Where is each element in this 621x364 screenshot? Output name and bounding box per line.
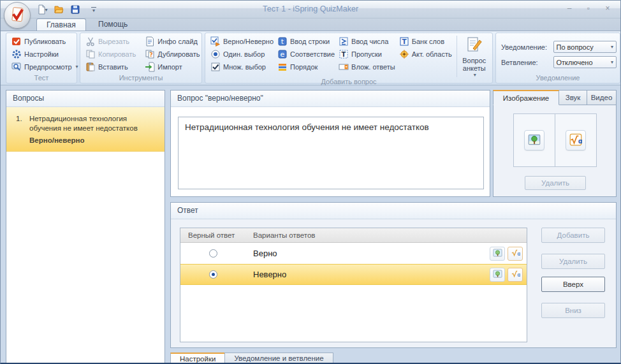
ribbon-group-feedback-content: Уведомление: По вопросу Ветвление: Отклю… [496, 33, 620, 74]
media-tabs: Изображение Звук Видео [493, 90, 617, 105]
application-menu-button[interactable] [4, 2, 31, 29]
ribbon-tab-row: Главная Помощь [1, 18, 620, 31]
tab-feedback-branching[interactable]: Уведомление и ветвление [224, 353, 333, 364]
import-button[interactable]: Импорт [143, 61, 201, 73]
radio-verno[interactable] [209, 249, 217, 258]
delete-answer-button[interactable]: Удалить [541, 254, 605, 269]
single-choice-button[interactable]: Один. выбор [208, 48, 275, 60]
ribbon-group-feedback: Уведомление: По вопросу Ветвление: Отклю… [495, 33, 620, 84]
checkbox-icon [210, 62, 221, 72]
ribbon: Публиковать Настройки Предпросмотр [1, 31, 620, 85]
formula-icon: α [511, 269, 520, 280]
answer-variant-text: Верно [245, 249, 490, 258]
tab-settings[interactable]: Настройки [170, 353, 224, 364]
cut-button[interactable]: Вырезать [84, 35, 138, 47]
column-correct-answer: Верный ответ [180, 228, 245, 242]
questions-panel: Вопросы 1. Нетрадиционная технология обу… [6, 90, 165, 364]
publish-icon [11, 36, 22, 47]
multi-choice-label: Множ. выбор [223, 63, 266, 71]
copy-button[interactable]: Копировать [84, 48, 138, 60]
matching-icon: e [277, 49, 288, 59]
add-question-divider [457, 36, 457, 77]
numeric-label: Ввод числа [351, 38, 388, 45]
question-list-item[interactable]: 1. Нетрадиционная технология обучения не… [6, 107, 164, 152]
window-controls: – ▫ × [563, 4, 614, 14]
answer-table: Верный ответ Варианты ответов Верно α [180, 228, 527, 342]
radio-button-icon [210, 49, 221, 59]
true-false-icon [210, 36, 221, 47]
radio-neverno[interactable] [209, 270, 217, 279]
info-slide-button[interactable]: Инфо слайд [143, 35, 201, 47]
column-answer-variants: Варианты ответов [245, 228, 527, 242]
move-down-button[interactable]: Вниз [541, 303, 605, 318]
answer-row-verno[interactable]: Верно α [180, 243, 527, 264]
paste-button[interactable]: Вставить [84, 61, 138, 73]
survey-question-button[interactable]: Вопрос анкеты [460, 35, 490, 78]
multi-choice-button[interactable]: Множ. выбор [208, 61, 275, 73]
hotspot-label: Акт. область [412, 50, 452, 58]
feedback-select-value: По вопросу [557, 43, 611, 51]
word-bank-button[interactable]: T Банк слов [397, 35, 454, 47]
tab-video[interactable]: Видео [587, 90, 617, 105]
feedback-select[interactable]: По вопросу [553, 41, 617, 53]
settings-label: Настройки [24, 50, 59, 58]
close-button[interactable]: × [601, 4, 614, 14]
import-icon [145, 62, 155, 72]
question-number: 1. [16, 114, 22, 124]
question-item-type: Верно/неверно [29, 136, 159, 145]
tab-image[interactable]: Изображение [493, 90, 559, 105]
formula-icon: α [511, 248, 520, 259]
duplicate-button[interactable]: ? Дублировать [143, 48, 201, 60]
new-document-button[interactable]: ▾ [35, 3, 49, 16]
move-up-button[interactable]: Вверх [541, 277, 605, 292]
nested-answers-button[interactable]: Влож. ответы [337, 61, 397, 73]
customize-toolbar-button[interactable]: ▾ [89, 4, 99, 15]
preview-button[interactable]: Предпросмотр [10, 61, 80, 73]
question-text-input[interactable]: Нетрадиционная технология обучения не им… [178, 117, 484, 189]
answer-table-header: Верный ответ Варианты ответов [180, 228, 527, 243]
import-label: Импорт [157, 63, 182, 71]
type-in-label: Ввод строки [290, 38, 330, 45]
minimize-button[interactable]: – [563, 4, 576, 14]
save-button[interactable] [68, 3, 82, 16]
type-in-button[interactable]: t Ввод строки [275, 35, 337, 47]
single-choice-label: Один. выбор [223, 50, 265, 58]
ribbon-group-test-content: Публиковать Настройки Предпросмотр [6, 33, 77, 74]
insert-image-button[interactable] [524, 130, 544, 150]
info-slide-icon [145, 36, 155, 47]
sequence-button[interactable]: Порядок [275, 61, 337, 73]
numeric-button[interactable]: Ввод числа [337, 35, 397, 47]
true-false-button[interactable]: Верно/Неверно [208, 35, 275, 47]
blanks-button[interactable]: T Пропуски [337, 48, 397, 60]
branching-select[interactable]: Отключено [553, 56, 617, 68]
open-button[interactable] [52, 3, 66, 16]
svg-text:α: α [578, 136, 582, 145]
media-delete-button[interactable]: Удалить [525, 176, 586, 190]
image-tree-icon [493, 248, 502, 259]
title-bar: ▾ ▾ Тест 1 - iSpring QuizMaker – ▫ × [1, 1, 620, 18]
tab-help[interactable]: Помощь [89, 18, 137, 31]
matching-button[interactable]: e Соответствие [275, 48, 337, 60]
media-panel: Изображение Звук Видео α Удалить [493, 90, 617, 197]
questions-panel-header: Вопросы [6, 91, 164, 107]
image-tree-icon [528, 133, 541, 148]
add-answer-button[interactable]: Добавить [541, 228, 605, 243]
new-document-dropdown-icon: ▾ [45, 7, 47, 13]
publish-button[interactable]: Публиковать [10, 35, 80, 47]
row-image-button[interactable] [490, 268, 505, 282]
insert-formula-button[interactable]: α [566, 130, 586, 150]
answer-row-neverno[interactable]: Неверно α [180, 264, 527, 285]
row-formula-button[interactable]: α [508, 247, 523, 261]
question-item-text: Нетрадиционная технология обучения не им… [29, 114, 159, 133]
row-formula-button[interactable]: α [508, 268, 523, 282]
media-formula-cell: α [555, 114, 596, 166]
tab-home[interactable]: Главная [36, 18, 86, 31]
answer-variant-text: Неверно [245, 270, 490, 279]
settings-button[interactable]: Настройки [10, 48, 80, 60]
tab-audio[interactable]: Звук [559, 90, 587, 105]
ribbon-group-add-question: Верно/Неверно Один. выбор Множ. выбор [205, 33, 493, 84]
restore-button[interactable]: ▫ [582, 4, 595, 14]
row-image-button[interactable] [490, 247, 505, 261]
branching-select-value: Отключено [557, 59, 611, 66]
hotspot-button[interactable]: Акт. область [397, 48, 454, 60]
